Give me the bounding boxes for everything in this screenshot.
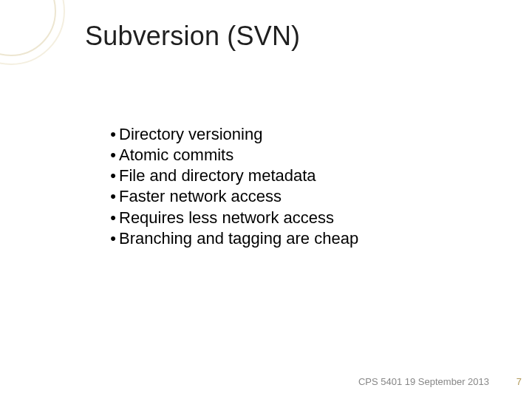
list-item-text: Requires less network access <box>119 208 334 228</box>
list-item: •Branching and tagging are cheap <box>107 228 358 249</box>
svg-point-0 <box>0 0 64 64</box>
list-item-text: Branching and tagging are cheap <box>119 228 358 249</box>
list-item-text: Atomic commits <box>119 145 233 166</box>
page-number: 7 <box>516 376 522 387</box>
list-item: •Directory versioning <box>107 124 358 145</box>
list-item: •Faster network access <box>107 186 358 207</box>
decorative-circles <box>0 0 81 81</box>
list-item-text: File and directory metadata <box>119 166 316 186</box>
list-item-text: Directory versioning <box>119 124 262 145</box>
list-item: •File and directory metadata <box>107 166 358 186</box>
list-item: •Atomic commits <box>107 145 358 166</box>
svg-point-1 <box>0 0 55 55</box>
slide-title: Subversion (SVN) <box>85 21 300 52</box>
bullet-list: •Directory versioning •Atomic commits •F… <box>107 124 358 249</box>
footer-text: CPS 5401 19 September 2013 <box>358 376 489 387</box>
list-item: •Requires less network access <box>107 208 358 228</box>
list-item-text: Faster network access <box>119 186 282 207</box>
